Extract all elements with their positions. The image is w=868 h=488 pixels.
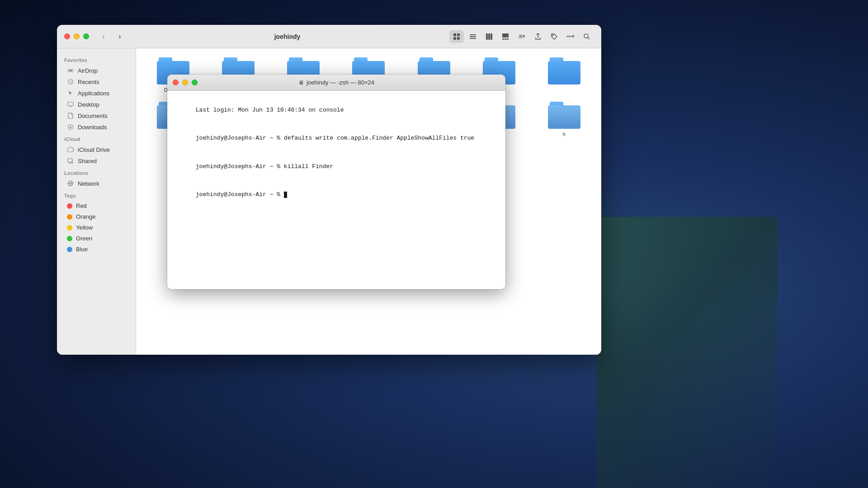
minimize-button[interactable] [74,33,80,39]
desktop-label: Desktop [78,101,99,108]
airdrop-label: AirDrop [78,67,98,74]
svg-rect-4 [470,34,476,35]
group-button[interactable]: ⊞▾ [514,30,529,43]
terminal-prompt-1: joehindy@Josephs-Air ~ % [196,135,284,141]
yellow-tag-label: Yellow [76,224,93,231]
sidebar-item-desktop[interactable]: Desktop [60,99,133,110]
shared-label: Shared [78,158,97,164]
svg-point-14 [552,35,553,36]
svg-line-16 [588,38,590,39]
folder-label: h [563,131,566,137]
terminal-title-text: joehindy — -zsh — 80×24 [307,79,374,86]
network-icon [67,180,74,187]
finder-sidebar: Favorites AirDrop [57,48,136,355]
orange-tag-label: Orange [76,213,95,220]
column-view-button[interactable] [482,30,496,43]
sidebar-item-tag-red[interactable]: Red [60,201,133,211]
shared-icon [67,157,74,164]
applications-icon [67,89,74,97]
terminal-line-3: joehindy@Josephs-Air ~ % killall Finder [175,153,498,181]
terminal-line-2: joehindy@Josephs-Air ~ % defaults write … [175,124,498,152]
terminal-traffic-lights [173,80,198,85]
sidebar-item-network[interactable]: Network [60,178,133,189]
svg-rect-12 [505,38,506,40]
svg-rect-3 [457,37,460,40]
terminal-prompt-2: joehindy@Josephs-Air ~ % [196,163,284,170]
yellow-tag-dot [67,225,72,230]
red-tag-label: Red [76,202,87,209]
share-button[interactable] [531,30,545,43]
close-button[interactable] [64,33,70,39]
sidebar-item-tag-green[interactable]: Green [60,233,133,244]
green-tag-label: Green [76,235,92,242]
svg-rect-7 [486,33,488,40]
terminal-maximize-button[interactable] [192,80,198,85]
airdrop-icon [67,67,74,74]
locations-header: Locations [57,167,136,178]
terminal-title-icon: 🖥 [298,80,304,86]
tag-button[interactable] [547,30,561,43]
svg-point-17 [69,69,72,72]
sidebar-item-tag-blue[interactable]: Blue [60,244,133,254]
list-view-button[interactable] [466,30,480,43]
svg-rect-23 [68,159,72,162]
documents-label: Documents [78,113,108,119]
forward-button[interactable]: › [114,31,125,42]
finder-toolbar: ‹ › joehindy [57,25,601,48]
terminal-info-text: Last login: Mon Jun 13 10:46:34 on conso… [196,107,344,113]
terminal-close-button[interactable] [173,80,179,85]
network-label: Network [78,180,99,187]
sidebar-item-icloud-drive[interactable]: iCloud Drive [60,144,133,155]
terminal-title: 🖥 joehindy — -zsh — 80×24 [298,79,374,86]
icon-view-button[interactable] [449,30,464,43]
terminal-prompt-3: joehindy@Josephs-Air ~ % [196,191,284,198]
gallery-view-button[interactable] [498,30,513,43]
applications-label: Applications [78,90,109,97]
back-button[interactable]: ‹ [98,31,109,42]
svg-rect-10 [502,33,509,38]
red-tag-dot [67,203,72,209]
folder-item[interactable] [536,57,592,93]
sidebar-item-applications[interactable]: Applications [60,88,133,99]
recents-label: Recents [78,79,99,85]
terminal-line-4: joehindy@Josephs-Air ~ % [175,181,498,209]
sidebar-item-tag-orange[interactable]: Orange [60,211,133,222]
svg-rect-13 [507,38,509,40]
svg-rect-8 [488,33,490,40]
green-tag-dot [67,236,72,241]
blue-tag-label: Blue [76,246,88,253]
svg-rect-19 [68,102,73,106]
orange-tag-dot [67,214,72,220]
desktop-icon [67,101,74,108]
toolbar-icons: ⊞▾ •••▾ [449,30,594,43]
icloud-header: iCloud [57,133,136,144]
terminal-titlebar: 🖥 joehindy — -zsh — 80×24 [167,75,505,91]
sidebar-item-airdrop[interactable]: AirDrop [60,65,133,76]
svg-rect-6 [470,38,476,39]
blue-tag-dot [67,247,72,252]
sidebar-item-downloads[interactable]: Downloads [60,122,133,132]
folder-item[interactable]: h [536,102,592,137]
documents-icon [67,112,74,119]
svg-point-15 [584,34,588,38]
terminal-body[interactable]: Last login: Mon Jun 13 10:46:34 on conso… [167,91,505,289]
icloud-icon [67,146,74,153]
more-button[interactable]: •••▾ [563,30,578,43]
favorites-header: Favorites [57,54,136,65]
icloud-drive-label: iCloud Drive [78,146,110,153]
sidebar-item-tag-yellow[interactable]: Yellow [60,222,133,233]
maximize-button[interactable] [83,33,89,39]
terminal-command-1: defaults write com.apple.Finder AppleSho… [284,135,474,141]
folder-icon [548,102,580,129]
sidebar-item-recents[interactable]: Recents [60,76,133,87]
terminal-command-2: killall Finder [284,163,333,170]
sidebar-item-shared[interactable]: Shared [60,155,133,166]
svg-rect-1 [457,33,460,36]
terminal-window: 🖥 joehindy — -zsh — 80×24 Last login: Mo… [167,75,505,289]
finder-traffic-lights [64,33,89,39]
terminal-cursor [284,192,287,198]
sidebar-item-documents[interactable]: Documents [60,110,133,121]
tags-header: Tags [57,189,136,200]
terminal-minimize-button[interactable] [182,80,188,85]
search-button[interactable] [580,30,594,43]
